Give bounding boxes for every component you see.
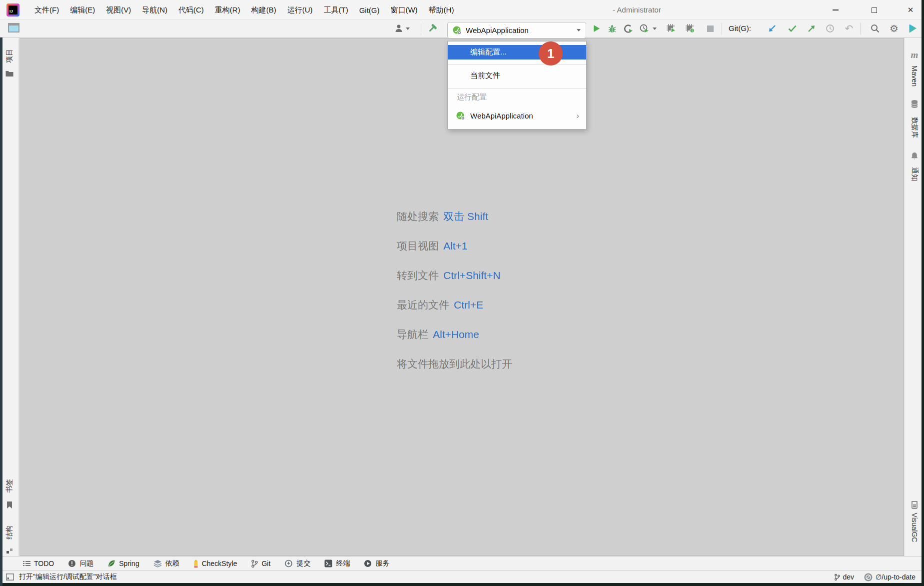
git-update-button[interactable] (765, 22, 780, 36)
tool-window-layout-icon[interactable] (8, 23, 19, 32)
git-push-button[interactable] (804, 22, 819, 36)
menu-code[interactable]: 代码(C) (173, 0, 209, 20)
layers-icon (153, 560, 162, 568)
user-icon (394, 24, 404, 33)
hint-shortcut-link[interactable]: 双击 Shift (443, 210, 488, 222)
tool-button-checkstyle[interactable]: CheckStyle (193, 560, 237, 568)
menu-tools[interactable]: 工具(T) (318, 0, 353, 20)
menu-item-edit-configurations[interactable]: 编辑配置... (448, 45, 586, 60)
run-with-coverage-button[interactable] (621, 22, 636, 36)
hint-label: 随处搜索 (397, 210, 439, 222)
folder-icon[interactable] (5, 70, 14, 77)
hint-shortcut-link[interactable]: Alt+Home (433, 328, 479, 340)
minimize-button[interactable] (823, 0, 849, 20)
menu-edit[interactable]: 编辑(E) (64, 0, 100, 20)
debug-attached-button[interactable] (683, 22, 698, 36)
close-button[interactable]: ✕ (898, 0, 924, 20)
hint-label: 将文件拖放到此处以打开 (397, 358, 512, 370)
tool-window-toggle-icon[interactable] (6, 574, 14, 580)
tool-button-commit[interactable]: 提交 (284, 559, 310, 568)
popup-separator (448, 64, 586, 64)
menu-file[interactable]: 文件(F) (29, 0, 64, 20)
hint-shortcut-link[interactable]: Ctrl+E (454, 299, 483, 310)
bug-icon (608, 24, 617, 34)
tool-button-todo[interactable]: TODO (23, 560, 54, 568)
toolbar-separator (861, 22, 861, 34)
tool-button-notifications[interactable]: 通知 (910, 167, 919, 181)
menu-item-current-file[interactable]: 当前文件 (448, 68, 586, 84)
uptodate-status-widget[interactable]: ∅/up-to-date (876, 573, 916, 581)
git-history-button[interactable] (823, 22, 838, 36)
menu-refactor[interactable]: 重构(R) (209, 0, 246, 20)
tool-button-label: CheckStyle (202, 560, 237, 568)
user-profile-button[interactable] (391, 22, 413, 36)
menu-view[interactable]: 视图(V) (100, 0, 136, 20)
git-branch-widget[interactable]: dev (843, 573, 855, 581)
run-configuration-combo[interactable]: WebApiApplication (447, 22, 586, 38)
colorful-play-icon (908, 24, 918, 34)
bookmark-icon[interactable] (6, 501, 13, 509)
bottom-tool-window-bar: TODO 问题 Spring 依赖 CheckStyle (0, 556, 924, 570)
profiler-chevron-button[interactable] (651, 22, 659, 36)
tool-button-terminal[interactable]: 终端 (324, 559, 350, 568)
menu-build[interactable]: 构建(B) (246, 0, 282, 20)
tool-button-label: 依赖 (165, 559, 179, 568)
window-border (922, 0, 924, 586)
hint-shortcut-link[interactable]: Ctrl+Shift+N (443, 270, 500, 281)
menu-git[interactable]: Git(G) (354, 0, 385, 20)
tool-button-services[interactable]: 服务 (364, 559, 389, 568)
settings-button[interactable]: ⚙ (887, 22, 902, 36)
chevron-down-icon (406, 28, 410, 30)
intellij-logo-icon: IJ (6, 4, 19, 16)
maven-icon[interactable]: m (911, 50, 919, 60)
hint-shortcut-link[interactable]: Alt+1 (443, 240, 467, 252)
tool-button-bookmarks[interactable]: 书签 (5, 479, 14, 493)
commit-check-icon (788, 24, 797, 32)
git-rollback-button[interactable]: ↶ (842, 22, 857, 36)
profiler-button[interactable] (637, 22, 652, 36)
hint-label: 最近的文件 (397, 299, 449, 310)
run-attached-button[interactable] (664, 22, 679, 36)
visualgc-icon[interactable] (911, 501, 918, 509)
services-icon (364, 560, 372, 568)
tool-button-git[interactable]: Git (251, 560, 270, 568)
title-bar: IJ 文件(F) 编辑(E) 视图(V) 导航(N) 代码(C) 重构(R) 构… (0, 0, 924, 20)
structure-icon[interactable] (6, 548, 13, 554)
gear-icon: ⚙ (890, 24, 899, 34)
menu-run[interactable]: 运行(U) (282, 0, 318, 20)
right-tool-stripe: m Maven 数据库 通知 VisualGC (904, 38, 924, 556)
tool-button-structure[interactable]: 结构 (5, 526, 14, 540)
stop-button[interactable] (703, 22, 718, 36)
database-icon[interactable] (911, 100, 919, 108)
bell-icon[interactable] (911, 152, 919, 160)
build-button[interactable] (425, 22, 440, 36)
chevron-down-icon (653, 28, 657, 30)
maximize-button[interactable] (861, 0, 887, 20)
tool-button-problems[interactable]: 问题 (68, 559, 93, 568)
status-message: 打开"编辑运行/调试配置"对话框 (19, 572, 117, 582)
popup-separator (448, 88, 586, 88)
spring-leaf-icon (107, 560, 115, 568)
run-button[interactable] (589, 22, 604, 36)
window-border (0, 583, 924, 586)
menu-window[interactable]: 窗口(W) (385, 0, 423, 20)
tool-button-visualgc[interactable]: VisualGC (911, 513, 919, 542)
toolbar-separator (722, 22, 722, 34)
profiler-clock-icon (639, 24, 649, 34)
hint-label: 项目视图 (397, 240, 439, 252)
tool-button-maven[interactable]: Maven (911, 66, 919, 86)
plugin-logo-button[interactable] (906, 22, 921, 36)
tool-button-spring[interactable]: Spring (107, 560, 139, 568)
history-clock-icon (825, 24, 835, 34)
search-everywhere-button[interactable] (868, 22, 883, 36)
chip-run-icon (666, 24, 676, 34)
tool-button-project[interactable]: 项目 (5, 49, 14, 63)
menu-item-webapiapplication[interactable]: WebApiApplication › (448, 106, 586, 124)
tool-button-dependencies[interactable]: 依赖 (153, 559, 179, 568)
tool-button-database[interactable]: 数据库 (910, 117, 919, 138)
spring-boot-icon (452, 26, 462, 35)
menu-navigate[interactable]: 导航(N) (136, 0, 173, 20)
git-commit-button[interactable] (785, 22, 800, 36)
menu-help[interactable]: 帮助(H) (423, 0, 460, 20)
debug-button[interactable] (605, 22, 620, 36)
